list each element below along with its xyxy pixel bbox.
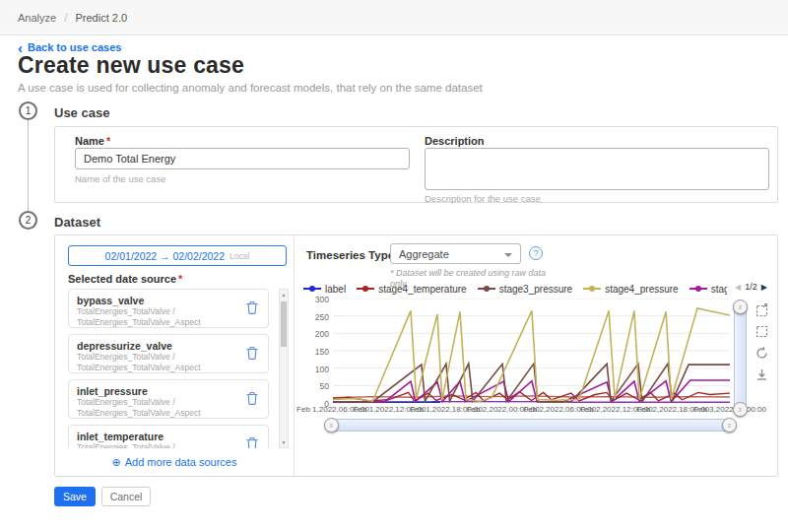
description-field-label: Description	[425, 135, 485, 147]
box-select-icon[interactable]	[755, 302, 769, 317]
add-link-label: Add more data sources	[125, 456, 237, 468]
legend-prev-icon[interactable]: ◀	[735, 283, 741, 292]
chevron-left-icon: ‹	[18, 42, 23, 53]
chart-horizontal-zoom-slider[interactable]: ≡ ≡	[326, 419, 735, 432]
save-button[interactable]: Save	[54, 487, 96, 506]
legend-item-stage2_pressure[interactable]: stage2_pressure	[690, 284, 727, 295]
required-asterisk: *	[106, 135, 110, 147]
legend-item-label: stage4_temperature	[378, 284, 467, 295]
y-axis-tick-label: 250	[303, 312, 329, 322]
use-case-card: Name* Name of the use case Description D…	[54, 126, 778, 203]
scroll-down-icon[interactable]: ▼	[280, 437, 288, 447]
data-source-path-line1: TotalEnergies_TotalValve /	[77, 397, 260, 408]
slider-handle-bottom[interactable]: ≡	[733, 402, 748, 417]
refresh-icon[interactable]	[755, 346, 769, 361]
selected-date-source-label: Selected date source*	[68, 273, 182, 285]
trash-icon[interactable]	[245, 436, 259, 448]
data-source-name: bypass_valve	[77, 295, 260, 306]
legend-item-stage3_pressure[interactable]: stage3_pressure	[478, 284, 573, 295]
timeseries-type-select[interactable]: Aggregate	[390, 243, 521, 264]
section-dataset-label: Dataset	[54, 215, 100, 230]
legend-marker-icon	[303, 285, 321, 293]
chart-toolbox	[755, 302, 769, 382]
data-source-item: bypass_valveTotalEnergies_TotalValve /To…	[68, 289, 269, 328]
legend-item-label: stage4_pressure	[605, 284, 679, 295]
legend-item-label[interactable]: label	[303, 284, 346, 295]
x-axis-tick-label: Feb 3,2022,00:00:00	[693, 405, 766, 414]
help-icon[interactable]: ?	[529, 246, 543, 260]
data-source-path-line2: TotalEnergies_TotalValve_Aspect	[77, 317, 260, 328]
step-1-circle: 1	[19, 101, 37, 120]
section-use-case-label: Use case	[54, 105, 109, 120]
download-icon[interactable]	[755, 367, 769, 382]
data-source-path-line2: TotalEnergies_TotalValve_Aspect	[77, 363, 260, 373]
panel-divider	[294, 235, 295, 476]
slider-handle-right[interactable]: ≡	[722, 418, 737, 432]
data-source-path-line2: TotalEnergies_TotalValve_Aspect	[77, 408, 260, 419]
name-input[interactable]	[75, 148, 410, 169]
box-zoom-icon[interactable]	[755, 324, 769, 339]
description-textarea[interactable]	[425, 148, 769, 190]
date-range-timezone: Local	[230, 251, 249, 261]
legend-marker-icon	[690, 285, 707, 293]
slider-handle-left[interactable]: ≡	[324, 418, 339, 432]
legend-pagination: ◀ 1/2 ▶	[735, 282, 767, 292]
add-more-data-sources-link[interactable]: ⊕Add more data sources	[55, 456, 294, 469]
y-axis-tick-label: 50	[303, 381, 329, 391]
scrollbar-thumb[interactable]	[281, 301, 287, 347]
legend-item-stage4_temperature[interactable]: stage4_temperature	[357, 284, 467, 295]
step-2-circle: 2	[19, 211, 37, 230]
page-subtitle: A use case is used for collecting anomal…	[18, 82, 483, 94]
data-source-name: inlet_pressure	[77, 385, 260, 397]
series-line-i	[432, 402, 730, 403]
breadcrumb-analyze[interactable]: Analyze	[18, 12, 56, 24]
data-source-path-line1: TotalEnergies_TotalValve /	[77, 442, 260, 448]
slider-handle-top[interactable]: ≡	[733, 299, 748, 314]
chart-vertical-zoom-slider[interactable]: ≡ ≡	[734, 301, 747, 415]
name-field-label: Name*	[75, 135, 110, 147]
cancel-button[interactable]: Cancel	[101, 487, 151, 506]
legend-item-stage4_pressure[interactable]: stage4_pressure	[583, 284, 679, 295]
legend-marker-icon	[357, 285, 374, 293]
date-range-button[interactable]: 02/01/2022 → 02/02/2022 Local	[68, 245, 287, 266]
y-axis-tick-label: 100	[303, 365, 329, 374]
y-axis-tick-label: 150	[303, 347, 329, 357]
trash-icon[interactable]	[245, 346, 259, 361]
data-source-item: inlet_pressureTotalEnergies_TotalValve /…	[68, 379, 269, 419]
legend-marker-icon	[583, 285, 601, 293]
timeseries-type-label: Timeseries Type:	[306, 249, 398, 261]
chart-svg	[333, 299, 730, 403]
description-helper-text: Description for the use case	[425, 193, 541, 204]
dataset-card: 02/01/2022 → 02/02/2022 Local Selected d…	[54, 234, 778, 477]
chart-plot-area	[333, 299, 730, 403]
data-source-list: ▲ ▼ bypass_valveTotalEnergies_TotalValve…	[68, 289, 289, 448]
required-asterisk: *	[178, 273, 182, 285]
data-source-path-line1: TotalEnergies_TotalValve /	[77, 306, 260, 317]
top-bar: Analyze / Predict 2.0	[0, 0, 788, 35]
plus-circle-icon: ⊕	[112, 456, 121, 468]
legend-item-label: stage3_pressure	[499, 284, 573, 295]
page: Analyze / Predict 2.0 ‹ Back to use case…	[0, 0, 788, 532]
name-helper-text: Name of the use case	[75, 173, 165, 184]
step-connector-line	[28, 120, 29, 214]
date-range-value: 02/01/2022 → 02/02/2022	[105, 250, 225, 262]
chart-legend: labelstage4_temperaturestage3_pressurest…	[303, 282, 727, 296]
y-axis-tick-label: 200	[303, 329, 329, 339]
chart-x-axis-labels: Feb 1,2022,06:00:00Feb 1,2022,12:00:00Fe…	[333, 405, 730, 417]
data-source-item: inlet_temperatureTotalEnergies_TotalValv…	[68, 425, 269, 448]
breadcrumb-separator: /	[64, 11, 67, 25]
legend-item-label: label	[325, 284, 346, 295]
trash-icon[interactable]	[245, 300, 259, 315]
data-source-path-line1: TotalEnergies_TotalValve /	[77, 352, 260, 363]
trash-icon[interactable]	[245, 391, 259, 406]
data-source-name: depressurize_valve	[77, 340, 260, 352]
legend-marker-icon	[478, 285, 495, 293]
breadcrumb-predict[interactable]: Predict 2.0	[75, 12, 127, 24]
chevron-down-icon	[504, 253, 512, 257]
data-source-scrollbar[interactable]: ▲ ▼	[279, 289, 289, 448]
breadcrumb: Analyze / Predict 2.0	[18, 0, 127, 35]
data-source-item: depressurize_valveTotalEnergies_TotalVal…	[68, 334, 269, 373]
legend-next-icon[interactable]: ▶	[761, 283, 767, 292]
page-title: Create new use case	[18, 52, 244, 79]
scroll-up-icon[interactable]: ▲	[280, 290, 288, 299]
